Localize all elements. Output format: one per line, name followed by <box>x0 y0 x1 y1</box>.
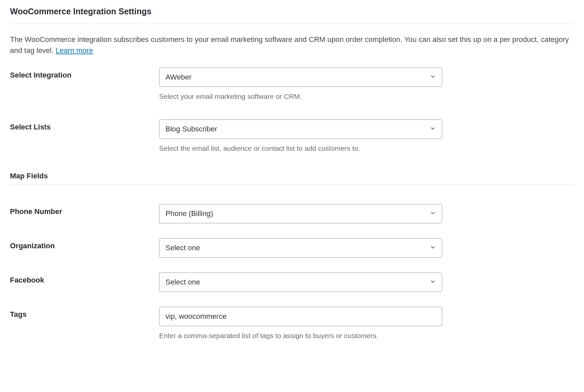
tags-label: Tags <box>10 307 159 319</box>
page-title: WooCommerce Integration Settings <box>10 7 574 24</box>
integration-select[interactable]: AWeber <box>159 68 442 87</box>
field-row-lists: Select Lists Blog Subscriber Select the … <box>10 119 574 153</box>
description-text: The WooCommerce integration subscribes c… <box>10 35 569 55</box>
field-row-facebook: Facebook Select one <box>10 273 574 292</box>
lists-label: Select Lists <box>10 119 159 131</box>
learn-more-link[interactable]: Learn more <box>56 46 93 55</box>
phone-label: Phone Number <box>10 204 159 216</box>
map-fields-title: Map Fields <box>10 172 574 185</box>
field-row-phone: Phone Number Phone (Billing) <box>10 204 574 223</box>
lists-help: Select the email list, audience or conta… <box>159 143 442 153</box>
field-row-integration: Select Integration AWeber Select your em… <box>10 68 574 101</box>
tags-help: Enter a comma-separated list of tags to … <box>159 331 442 340</box>
organization-label: Organization <box>10 238 159 250</box>
tags-input[interactable] <box>159 307 442 326</box>
field-row-organization: Organization Select one <box>10 238 574 258</box>
field-row-tags: Tags Enter a comma-separated list of tag… <box>10 307 574 340</box>
integration-help: Select your email marketing software or … <box>159 92 442 101</box>
lists-select[interactable]: Blog Subscriber <box>159 119 442 139</box>
phone-select[interactable]: Phone (Billing) <box>159 204 442 223</box>
facebook-label: Facebook <box>10 273 159 285</box>
facebook-select[interactable]: Select one <box>159 273 442 292</box>
organization-select[interactable]: Select one <box>159 238 442 258</box>
page-description: The WooCommerce integration subscribes c… <box>10 34 574 56</box>
integration-label: Select Integration <box>10 68 159 80</box>
